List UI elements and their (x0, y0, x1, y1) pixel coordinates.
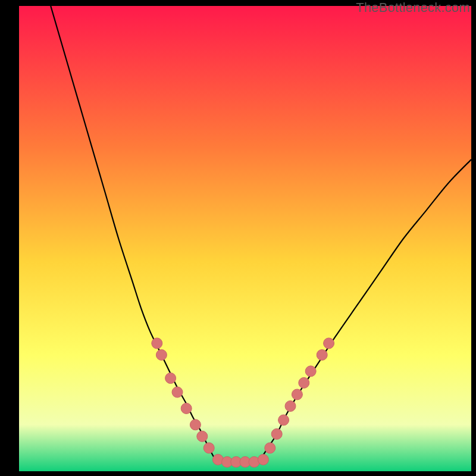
curve-marker-dot (324, 338, 334, 349)
curve-marker-dot (278, 415, 289, 425)
curve-marker-dot (172, 387, 183, 397)
bottleneck-chart (19, 6, 471, 471)
curve-marker-dot (152, 338, 162, 349)
curve-marker-dot (317, 350, 327, 361)
chart-frame (19, 6, 471, 471)
curve-marker-dot (292, 389, 302, 400)
curve-marker-dot (156, 350, 167, 361)
curve-marker-dot (203, 443, 214, 453)
curve-marker-dot (305, 366, 316, 377)
curve-marker-dot (285, 401, 296, 412)
curve-marker-dot (165, 373, 176, 384)
curve-marker-dot (197, 431, 208, 441)
curve-marker-dot (258, 454, 268, 465)
watermark-text: TheBottleneck.com (356, 0, 470, 15)
curve-marker-dot (190, 419, 201, 430)
curve-marker-dot (265, 443, 275, 453)
curve-marker-dot (271, 428, 282, 439)
curve-marker-dot (181, 403, 192, 414)
curve-marker-dot (299, 377, 309, 388)
